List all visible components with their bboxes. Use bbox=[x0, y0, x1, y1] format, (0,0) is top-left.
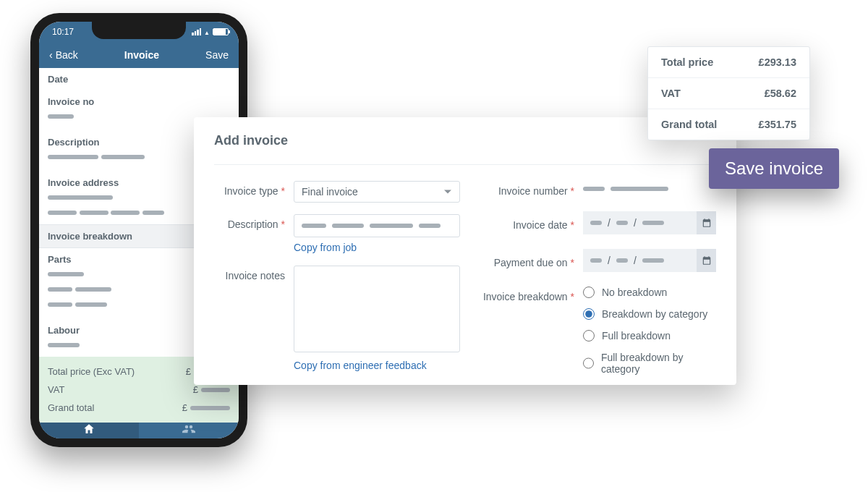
phone-save-button[interactable]: Save bbox=[205, 49, 229, 61]
signal-icon bbox=[192, 28, 201, 35]
breakdown-full[interactable]: Full breakdown bbox=[583, 330, 716, 342]
payment-due-input[interactable]: // bbox=[583, 249, 716, 272]
card-title: Add invoice bbox=[214, 133, 716, 148]
tab-details[interactable]: Details bbox=[39, 423, 139, 438]
status-time: 10:17 bbox=[52, 27, 74, 37]
label-date: Date bbox=[39, 68, 239, 88]
people-icon bbox=[182, 423, 195, 436]
breakdown-none[interactable]: No breakdown bbox=[583, 287, 716, 298]
save-invoice-button[interactable]: Save invoice bbox=[709, 148, 839, 189]
back-button[interactable]: ‹ Back bbox=[49, 49, 78, 61]
battery-icon bbox=[213, 28, 229, 35]
phone-title: Invoice bbox=[124, 49, 159, 61]
tab-payments[interactable]: Payments bbox=[139, 423, 239, 438]
label-invoice-no: Invoice no bbox=[39, 90, 239, 110]
grand-total-value: £351.75 bbox=[759, 119, 796, 130]
breakdown-full-by-category[interactable]: Full breakdown by category bbox=[583, 352, 716, 375]
copy-from-feedback-link[interactable]: Copy from engineer feedback bbox=[294, 360, 427, 371]
invoice-type-select[interactable]: Final invoice bbox=[294, 181, 460, 203]
calendar-icon[interactable] bbox=[697, 249, 716, 272]
vat-value: £58.62 bbox=[765, 88, 796, 99]
phone-header: ‹ Back Invoice Save bbox=[39, 42, 239, 68]
phone-notch bbox=[92, 22, 186, 39]
home-icon bbox=[82, 423, 95, 436]
chevron-left-icon: ‹ bbox=[49, 49, 53, 61]
total-price-value: £293.13 bbox=[759, 56, 796, 68]
wifi-icon bbox=[204, 27, 210, 37]
calendar-icon[interactable] bbox=[697, 211, 716, 234]
totals-card: Total price£293.13 VAT£58.62 Grand total… bbox=[647, 46, 810, 140]
invoice-notes-textarea[interactable] bbox=[294, 266, 460, 352]
invoice-date-input[interactable]: // bbox=[583, 211, 716, 234]
phone-tabs: Details Payments bbox=[39, 423, 239, 438]
copy-from-job-link[interactable]: Copy from job bbox=[294, 242, 357, 253]
add-invoice-card: Add invoice Invoice type * Final invoice… bbox=[194, 117, 736, 385]
breakdown-by-category[interactable]: Breakdown by category bbox=[583, 308, 716, 320]
breakdown-radios: No breakdown Breakdown by category Full … bbox=[583, 287, 716, 385]
description-input[interactable] bbox=[294, 214, 460, 237]
